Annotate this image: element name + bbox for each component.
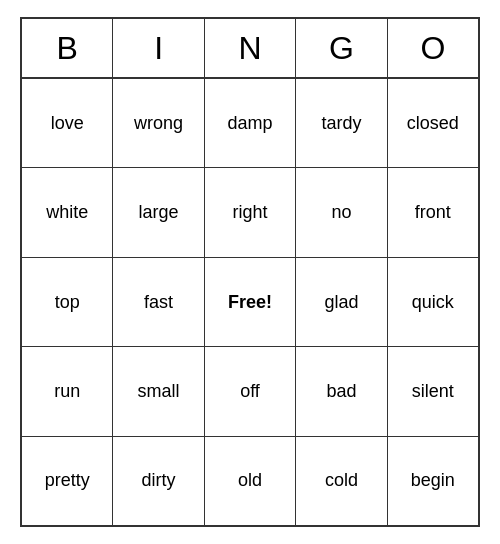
cell-2-5: front: [388, 168, 478, 256]
bingo-card: B I N G O love wrong damp tardy closed w…: [20, 17, 480, 527]
bingo-row-5: pretty dirty old cold begin: [22, 437, 478, 525]
cell-1-4: tardy: [296, 79, 387, 167]
cell-4-1: run: [22, 347, 113, 435]
cell-4-5: silent: [388, 347, 478, 435]
cell-5-2: dirty: [113, 437, 204, 525]
cell-2-2: large: [113, 168, 204, 256]
header-o: O: [388, 19, 478, 77]
bingo-header: B I N G O: [22, 19, 478, 79]
cell-5-1: pretty: [22, 437, 113, 525]
cell-1-1: love: [22, 79, 113, 167]
cell-4-3: off: [205, 347, 296, 435]
cell-2-1: white: [22, 168, 113, 256]
cell-5-3: old: [205, 437, 296, 525]
header-n: N: [205, 19, 296, 77]
cell-4-4: bad: [296, 347, 387, 435]
cell-5-4: cold: [296, 437, 387, 525]
cell-2-3: right: [205, 168, 296, 256]
cell-3-4: glad: [296, 258, 387, 346]
bingo-row-4: run small off bad silent: [22, 347, 478, 436]
cell-free: Free!: [205, 258, 296, 346]
header-g: G: [296, 19, 387, 77]
cell-3-2: fast: [113, 258, 204, 346]
bingo-row-2: white large right no front: [22, 168, 478, 257]
cell-1-5: closed: [388, 79, 478, 167]
cell-1-3: damp: [205, 79, 296, 167]
header-b: B: [22, 19, 113, 77]
header-i: I: [113, 19, 204, 77]
cell-4-2: small: [113, 347, 204, 435]
cell-2-4: no: [296, 168, 387, 256]
cell-3-1: top: [22, 258, 113, 346]
cell-1-2: wrong: [113, 79, 204, 167]
bingo-body: love wrong damp tardy closed white large…: [22, 79, 478, 525]
cell-3-5: quick: [388, 258, 478, 346]
bingo-row-1: love wrong damp tardy closed: [22, 79, 478, 168]
cell-5-5: begin: [388, 437, 478, 525]
bingo-row-3: top fast Free! glad quick: [22, 258, 478, 347]
